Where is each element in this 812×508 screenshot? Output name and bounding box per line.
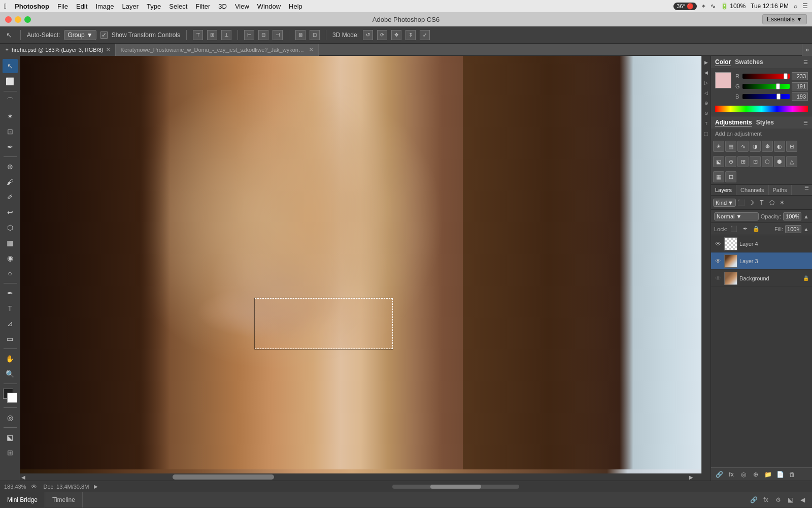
bottom-chain-icon[interactable]: 🔗: [749, 495, 758, 504]
control-icon[interactable]: ☰: [802, 3, 808, 10]
marquee-tool[interactable]: ⬜: [3, 74, 18, 88]
align-bottom[interactable]: ⊥: [221, 30, 231, 40]
crop-tool[interactable]: ⊡: [3, 124, 18, 139]
g-slider[interactable]: [742, 84, 790, 89]
adj-vibrance[interactable]: ❋: [762, 141, 773, 152]
mini-tool-7[interactable]: T: [702, 119, 710, 128]
shape-tool[interactable]: ▭: [3, 332, 18, 346]
hand-tool[interactable]: ✋: [3, 352, 18, 366]
menu-window[interactable]: Window: [257, 3, 281, 10]
close-button[interactable]: [5, 16, 12, 23]
link-layers-btn[interactable]: 🔗: [714, 469, 724, 480]
type-tool[interactable]: T: [3, 301, 18, 315]
menu-file[interactable]: File: [57, 3, 68, 10]
r-thumb[interactable]: [784, 73, 788, 79]
timeline-tab[interactable]: Timeline: [45, 492, 83, 507]
filter-shape-icon[interactable]: ⬠: [767, 198, 776, 207]
lock-position-btn[interactable]: ✒: [740, 225, 750, 234]
search-icon[interactable]: ⌕: [794, 3, 797, 10]
canvas-hscroll[interactable]: ◀ ▶: [20, 473, 703, 481]
mini-tool-3[interactable]: ▷: [702, 78, 710, 87]
zoom-tool[interactable]: 🔍: [3, 367, 18, 381]
menu-type[interactable]: Type: [147, 3, 161, 10]
adjustments-header[interactable]: Adjustments Styles ☰: [711, 116, 812, 129]
scroll-thumb[interactable]: [430, 485, 481, 489]
minimize-button[interactable]: [15, 16, 21, 23]
bottom-collapse-icon[interactable]: ◀: [798, 495, 807, 504]
filter-kind-dropdown[interactable]: Kind ▼: [713, 199, 736, 207]
color-panel-menu[interactable]: ☰: [803, 59, 808, 65]
mini-tool-4[interactable]: ◁: [702, 88, 710, 98]
blur-tool[interactable]: ◉: [3, 251, 18, 265]
show-transform-checkbox[interactable]: ✓: [100, 31, 108, 39]
inactive-tab-close[interactable]: ✕: [309, 47, 313, 52]
scroll-track[interactable]: [392, 485, 519, 489]
add-layer-btn[interactable]: 📄: [775, 469, 785, 480]
swatches-tab[interactable]: Swatches: [735, 58, 763, 66]
layer-item-3[interactable]: 👁 Layer 3: [711, 252, 812, 270]
3d-pan[interactable]: ✥: [391, 30, 401, 40]
align-hcenter[interactable]: ⊟: [258, 30, 268, 40]
brush-tool[interactable]: 🖌: [3, 175, 18, 189]
g-thumb[interactable]: [776, 83, 780, 89]
filter-smart-icon[interactable]: ✶: [777, 198, 787, 207]
filter-pixel-icon[interactable]: ⬛: [737, 198, 746, 207]
bottom-fx-icon[interactable]: fx: [761, 495, 770, 504]
b-slider[interactable]: [742, 94, 790, 99]
adj-colorbalance[interactable]: ⊟: [786, 141, 797, 152]
lock-pixels-btn[interactable]: ⬛: [729, 225, 738, 234]
menu-3d[interactable]: 3D: [218, 3, 227, 10]
styles-tab[interactable]: Styles: [756, 119, 774, 126]
inactive-tab[interactable]: Keratynowe_Prostowanie_w_Domu_-_czy_jest…: [116, 44, 319, 56]
status-right-arrow[interactable]: ▶: [94, 484, 98, 489]
color-tab[interactable]: Color: [715, 58, 731, 66]
path-select-tool[interactable]: ⊿: [3, 316, 18, 331]
quick-select-tool[interactable]: ✶: [3, 109, 18, 123]
tab-overflow-button[interactable]: »: [802, 44, 812, 56]
g-value-input[interactable]: 191: [792, 82, 808, 90]
background-color[interactable]: [7, 393, 17, 403]
3d-scale[interactable]: ⤢: [420, 30, 430, 40]
opacity-input[interactable]: [783, 212, 801, 220]
add-adjustment-layer-btn[interactable]: ⊕: [751, 469, 761, 480]
layer-3-visibility[interactable]: 👁: [714, 257, 722, 265]
healing-tool[interactable]: ⊕: [3, 160, 18, 174]
mini-tool-2[interactable]: ◀: [702, 68, 710, 77]
quick-mask-tool[interactable]: ◎: [3, 410, 18, 425]
menu-image[interactable]: Image: [95, 3, 114, 10]
pen-tool[interactable]: ✒: [3, 286, 18, 300]
dist-h[interactable]: ⊠: [295, 30, 306, 40]
hscroll-thumb[interactable]: [173, 474, 274, 480]
align-top[interactable]: ⊤: [193, 30, 203, 40]
menu-select[interactable]: Select: [169, 3, 187, 10]
workspace-dropdown[interactable]: Essentials ▼: [762, 14, 807, 24]
horizontal-scrollbar[interactable]: [103, 483, 808, 490]
maximize-button[interactable]: [24, 16, 31, 23]
adj-photofilter[interactable]: ⊕: [725, 156, 736, 167]
color-panel-header[interactable]: Color Swatches ☰: [711, 56, 812, 68]
align-vcenter[interactable]: ⊞: [207, 30, 217, 40]
layer-item-background[interactable]: 👁 Background 🔒: [711, 270, 812, 287]
adj-hsl[interactable]: ◐: [774, 141, 785, 152]
adj-posterize[interactable]: ⬢: [774, 156, 785, 167]
adj-curves[interactable]: ∿: [737, 141, 749, 152]
color-spectrum[interactable]: [715, 106, 808, 112]
align-right[interactable]: ⊣: [273, 30, 283, 40]
menu-view[interactable]: View: [235, 3, 249, 10]
adj-exposure[interactable]: ◑: [750, 141, 761, 152]
move-tool-option[interactable]: ↖: [4, 30, 14, 40]
layer-item-4[interactable]: 👁 Layer 4: [711, 235, 812, 252]
hscroll-left-arrow[interactable]: ◀: [21, 474, 25, 480]
fill-input[interactable]: [785, 225, 801, 233]
layer-4-visibility[interactable]: 👁: [714, 240, 722, 248]
layers-tab[interactable]: Layers: [711, 185, 736, 195]
mini-tool-1[interactable]: ▶: [702, 58, 710, 67]
r-slider[interactable]: [742, 74, 790, 79]
mini-tool-5[interactable]: ⊕: [702, 99, 710, 108]
r-value-input[interactable]: 233: [792, 72, 808, 80]
adj-channelmix[interactable]: ⊞: [737, 156, 749, 167]
auto-select-dropdown[interactable]: Group ▼: [64, 30, 96, 40]
menu-filter[interactable]: Filter: [195, 3, 210, 10]
layers-panel-menu[interactable]: ☰: [804, 185, 812, 195]
clone-tool[interactable]: ✐: [3, 190, 18, 204]
